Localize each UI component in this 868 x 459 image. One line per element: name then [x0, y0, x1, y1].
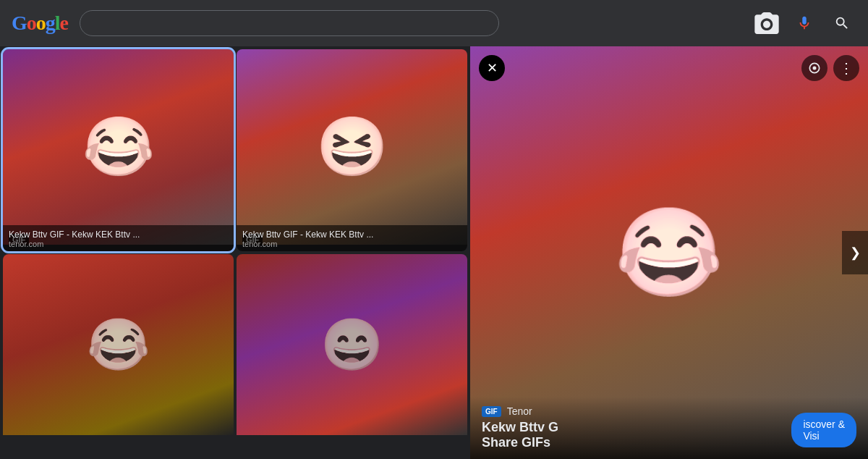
image-grid: 😂 GIF Kekw Bttv GIF - Kekw KEK Bttv ... …	[0, 46, 470, 459]
header: Google kekw gif	[0, 0, 868, 46]
camera-icon	[752, 9, 781, 38]
title-text-2: Kekw Bttv GIF - Kekw KEK Bttv ...	[242, 230, 461, 240]
visit-button[interactable]: iscover & Visi	[791, 413, 856, 447]
image-title-1: Kekw Bttv GIF - Kekw KEK Bttv ... tenor.…	[3, 225, 234, 251]
title-text-1: Kekw Bttv GIF - Kekw KEK Bttv ...	[9, 230, 228, 240]
grid-item-1[interactable]: 😂 GIF Kekw Bttv GIF - Kekw KEK Bttv ... …	[3, 49, 234, 251]
source-name: Tenor	[507, 405, 532, 417]
search-submit-button[interactable]	[827, 9, 856, 38]
grid-item-2[interactable]: 😆 GIF Kekw Bttv GIF - Kekw KEK Bttv ... …	[237, 49, 467, 251]
more-button[interactable]: ⋮	[833, 55, 859, 81]
grid-item-4[interactable]: 😄	[237, 254, 467, 456]
gif-badge: GIF	[482, 406, 501, 417]
grid-item-3[interactable]: 😂	[3, 254, 234, 456]
next-button[interactable]: ❯	[842, 231, 868, 274]
main-content: 😂 GIF Kekw Bttv GIF - Kekw KEK Bttv ... …	[0, 46, 868, 459]
source-text-1: tenor.com	[9, 240, 228, 248]
preview-title-line2: Share GIFs	[482, 435, 550, 450]
right-panel: 😂 ✕ ⋮ ❯ GIF Tenor Kekw Bttv	[470, 46, 868, 459]
chevron-right-icon: ❯	[850, 245, 861, 261]
top-right-icons: ⋮	[801, 55, 859, 81]
mic-icon	[796, 15, 812, 31]
image-title-2: Kekw Bttv GIF - Kekw KEK Bttv ... tenor.…	[237, 225, 467, 251]
search-icon	[834, 15, 850, 31]
search-input[interactable]: kekw gif	[92, 17, 487, 30]
search-bar: kekw gif	[80, 10, 499, 36]
preview-title-line1: Kekw Bttv G	[482, 420, 558, 434]
svg-point-1	[813, 67, 817, 70]
header-icons	[752, 9, 856, 38]
mic-button[interactable]	[790, 9, 819, 38]
source-text-2: tenor.com	[242, 240, 461, 248]
more-icon: ⋮	[839, 61, 854, 75]
lens-button[interactable]	[801, 55, 827, 81]
google-logo: Google	[12, 12, 68, 35]
visit-text: Visi	[803, 430, 819, 442]
camera-button[interactable]	[752, 9, 781, 38]
lens-icon	[807, 61, 822, 75]
close-button[interactable]: ✕	[479, 55, 505, 81]
visit-label: iscover &	[803, 418, 845, 430]
